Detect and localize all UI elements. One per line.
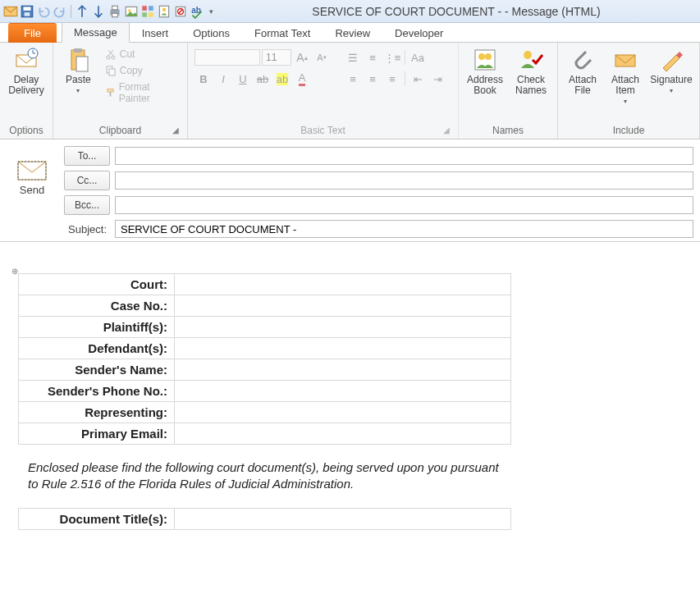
- sender-phone-label[interactable]: Sender's Phone No.:: [19, 381, 175, 402]
- categorize-icon[interactable]: [140, 4, 155, 19]
- group-options: Delay Delivery Options: [0, 43, 53, 139]
- bold-button[interactable]: B: [194, 70, 213, 88]
- table-row: Defendant(s):: [19, 338, 511, 359]
- window-title: SERVICE OF COURT DOCUMENT - - Message (H…: [216, 5, 697, 18]
- address-book-button[interactable]: Address Book: [464, 45, 506, 96]
- check-names-button[interactable]: Check Names: [510, 45, 552, 96]
- cc-field[interactable]: [115, 171, 693, 190]
- plaintiffs-value[interactable]: [175, 317, 511, 338]
- representing-label[interactable]: Representing:: [19, 402, 175, 423]
- dialog-launcher-icon[interactable]: ◢: [442, 126, 451, 135]
- copy-label: Copy: [120, 65, 143, 76]
- attach-file-button[interactable]: Attach File: [563, 45, 602, 96]
- qat-customize-icon[interactable]: ▾: [206, 4, 216, 19]
- tab-review[interactable]: Review: [323, 23, 382, 43]
- decrease-indent-icon[interactable]: ⇤: [409, 70, 427, 88]
- tab-developer[interactable]: Developer: [382, 23, 455, 43]
- align-right-icon[interactable]: ≡: [383, 70, 401, 88]
- font-name-combo[interactable]: [194, 49, 260, 66]
- table-row: Sender's Name:: [19, 359, 511, 381]
- defendants-label[interactable]: Defendant(s):: [19, 338, 175, 359]
- svg-rect-5: [112, 6, 118, 10]
- tab-message[interactable]: Message: [62, 22, 130, 43]
- document-titles-table[interactable]: Document Title(s):: [18, 508, 511, 530]
- to-button[interactable]: To...: [64, 146, 110, 166]
- court-value[interactable]: [175, 274, 511, 295]
- next-item-icon[interactable]: [91, 4, 106, 19]
- undo-icon[interactable]: [36, 4, 51, 19]
- chevron-down-icon: ▾: [624, 96, 627, 107]
- ribbon: Delay Delivery Options Paste ▾ Cut Copy: [0, 43, 700, 139]
- insert-picture-icon[interactable]: [124, 4, 139, 19]
- font-size-combo[interactable]: [262, 49, 291, 66]
- numbering-icon[interactable]: ≡: [364, 48, 382, 66]
- cut-button[interactable]: Cut: [102, 47, 182, 62]
- document-info-table[interactable]: Court: Case No.: Plaintiff(s): Defendant…: [18, 273, 511, 445]
- send-button[interactable]: Send: [7, 146, 57, 238]
- strikethrough-button[interactable]: ab: [254, 70, 272, 88]
- bullets-icon[interactable]: ☰: [344, 48, 362, 66]
- spelling-icon[interactable]: ab: [190, 4, 204, 19]
- highlight-button[interactable]: ab: [273, 70, 291, 88]
- paste-label: Paste: [66, 75, 91, 85]
- group-include-label: Include: [563, 123, 694, 137]
- body-paragraph[interactable]: Enclosed please find the following court…: [18, 445, 510, 508]
- doc-titles-label[interactable]: Document Title(s):: [19, 508, 175, 529]
- quick-access-toolbar: ab ▾: [3, 4, 216, 19]
- doc-titles-value[interactable]: [175, 508, 511, 529]
- signature-button[interactable]: Signature ▾: [648, 45, 694, 96]
- grow-font-icon[interactable]: A▴: [293, 48, 311, 66]
- paste-button[interactable]: Paste ▾: [58, 45, 98, 96]
- representing-value[interactable]: [175, 402, 511, 423]
- dialog-launcher-icon[interactable]: ◢: [171, 126, 181, 135]
- shrink-font-icon[interactable]: A▾: [313, 48, 331, 66]
- tab-file[interactable]: File: [8, 23, 57, 43]
- svg-rect-12: [149, 12, 153, 17]
- bcc-field[interactable]: [115, 196, 693, 214]
- court-label[interactable]: Court:: [19, 274, 175, 295]
- save-icon[interactable]: [20, 4, 34, 19]
- sender-phone-value[interactable]: [175, 381, 511, 402]
- format-painter-button[interactable]: Format Painter: [102, 80, 182, 106]
- tab-insert[interactable]: Insert: [130, 23, 181, 43]
- plaintiffs-label[interactable]: Plaintiff(s):: [19, 317, 175, 338]
- address-book-qat-icon[interactable]: [157, 4, 172, 19]
- permission-icon[interactable]: [173, 4, 188, 19]
- primary-email-value[interactable]: [175, 423, 511, 445]
- sender-name-label[interactable]: Sender's Name:: [19, 359, 175, 381]
- qat-separator: [71, 5, 71, 18]
- copy-button[interactable]: Copy: [102, 63, 182, 78]
- svg-point-35: [478, 53, 485, 60]
- clear-formatting-icon[interactable]: Aa: [409, 48, 427, 66]
- sender-name-value[interactable]: [175, 359, 511, 381]
- group-clipboard: Paste ▾ Cut Copy Format Painter Clipboar…: [53, 43, 188, 139]
- to-field[interactable]: [115, 147, 693, 165]
- message-body[interactable]: ⊕ Court: Case No.: Plaintiff(s): Defenda…: [0, 242, 700, 550]
- multilevel-list-icon[interactable]: ⋮≡: [383, 48, 401, 66]
- align-left-icon[interactable]: ≡: [344, 70, 362, 88]
- case-no-label[interactable]: Case No.:: [19, 295, 175, 317]
- subject-field[interactable]: [115, 220, 693, 238]
- underline-button[interactable]: U: [234, 70, 252, 88]
- tab-options[interactable]: Options: [181, 23, 242, 43]
- svg-rect-9: [142, 6, 147, 11]
- redo-icon[interactable]: [53, 4, 67, 19]
- italic-button[interactable]: I: [214, 70, 232, 88]
- font-color-button[interactable]: A: [293, 70, 311, 88]
- case-no-value[interactable]: [175, 295, 511, 317]
- print-icon[interactable]: [108, 4, 122, 19]
- previous-item-icon[interactable]: [75, 4, 89, 19]
- svg-point-14: [162, 7, 167, 11]
- primary-email-label[interactable]: Primary Email:: [19, 423, 175, 445]
- bcc-button[interactable]: Bcc...: [64, 195, 110, 215]
- message-header: Send To... Cc... Bcc... Subject:: [0, 139, 700, 242]
- cc-button[interactable]: Cc...: [64, 171, 110, 190]
- delay-delivery-button[interactable]: Delay Delivery: [5, 45, 48, 96]
- defendants-value[interactable]: [175, 338, 511, 359]
- increase-indent-icon[interactable]: ⇥: [428, 70, 446, 88]
- align-center-icon[interactable]: ≡: [364, 70, 382, 88]
- outlook-icon[interactable]: [3, 4, 18, 19]
- tab-format-text[interactable]: Format Text: [242, 23, 323, 43]
- attach-item-button[interactable]: Attach Item ▾: [606, 45, 645, 107]
- table-row: Sender's Phone No.:: [19, 381, 511, 402]
